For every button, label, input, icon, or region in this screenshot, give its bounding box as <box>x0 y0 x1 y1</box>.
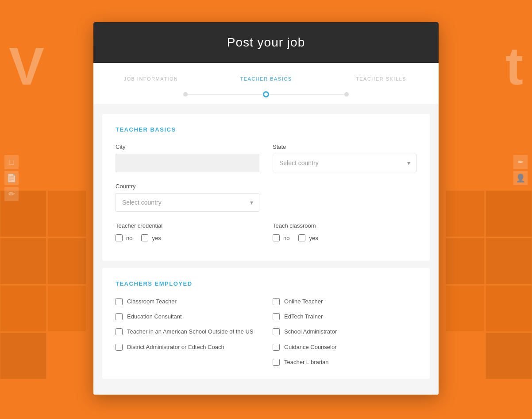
progress-line-2 <box>269 94 344 95</box>
teacher-item-online[interactable]: Online Teacher <box>273 298 416 306</box>
checkbox-classroom[interactable] <box>116 298 123 305</box>
city-state-row: City State Select country <box>116 144 416 172</box>
label-edtech-trainer: EdTech Trainer <box>284 313 323 321</box>
teachers-employed-card: TEACHERS EMPLOYED Classroom Teacher Onli… <box>102 268 430 379</box>
credential-no-label: no <box>126 235 132 241</box>
tab-teacher-skills[interactable]: TEACHER SKILLS <box>324 72 439 86</box>
progress-dot-2 <box>263 91 269 97</box>
classroom-no-checkbox[interactable] <box>273 234 280 241</box>
icon-doc: 📄 <box>4 171 19 185</box>
teacher-basics-card: TEACHER BASICS City State Select country <box>102 114 430 261</box>
city-label: City <box>116 144 259 150</box>
country-label: Country <box>116 183 259 190</box>
modal: Post your job JOB INFORMATION TEACHER BA… <box>93 22 439 395</box>
progress-line-1 <box>188 94 263 95</box>
label-classroom: Classroom Teacher <box>127 298 177 306</box>
classroom-no-option[interactable]: no <box>273 234 289 241</box>
teacher-credential-group: Teacher credential no yes <box>116 222 259 241</box>
country-spacer <box>273 183 416 212</box>
modal-title: Post your job <box>102 35 430 50</box>
label-guidance: Guidance Counselor <box>284 343 337 351</box>
classroom-yes-checkbox[interactable] <box>298 234 305 241</box>
teachers-grid: Classroom Teacher Online Teacher Educati… <box>116 298 416 366</box>
teacher-credential-options: no yes <box>116 234 259 241</box>
label-school-admin: School Administrator <box>284 328 337 336</box>
tab-job-information[interactable]: JOB INFORMATION <box>93 72 208 86</box>
icon-tools: ✏ <box>4 187 19 201</box>
teacher-item-school-admin[interactable]: School Administrator <box>273 328 416 336</box>
modal-tabs: JOB INFORMATION TEACHER BASICS TEACHER S… <box>93 63 439 105</box>
icon-rect: □ <box>4 155 19 169</box>
checkbox-consultant[interactable] <box>116 313 123 320</box>
state-group: State Select country <box>273 144 416 172</box>
classroom-yes-label: yes <box>309 235 318 241</box>
label-district-admin: District Administrator or Edtech Coach <box>127 343 224 351</box>
teacher-item-classroom[interactable]: Classroom Teacher <box>116 298 259 306</box>
city-input[interactable] <box>116 154 259 172</box>
icon-feather: ✒ <box>513 155 528 169</box>
teacher-basics-title: TEACHER BASICS <box>116 126 416 133</box>
checkbox-district-admin[interactable] <box>116 344 123 351</box>
bg-letter-right: t <box>505 35 523 97</box>
checkbox-guidance[interactable] <box>273 344 280 351</box>
progress-dot-1 <box>183 92 188 97</box>
modal-body: TEACHER BASICS City State Select country <box>93 105 439 395</box>
state-label: State <box>273 144 416 150</box>
teacher-credential-label: Teacher credential <box>116 222 259 229</box>
right-side-icons: ✒ 👤 <box>513 155 528 187</box>
country-select[interactable]: Select country <box>116 193 259 212</box>
teacher-item-librarian[interactable]: Teacher Librarian <box>273 358 416 366</box>
checkbox-american-school[interactable] <box>116 328 123 335</box>
checkbox-online[interactable] <box>273 298 280 305</box>
checkbox-school-admin[interactable] <box>273 328 280 335</box>
label-librarian: Teacher Librarian <box>284 358 328 366</box>
credential-no-option[interactable]: no <box>116 234 132 241</box>
teach-classroom-label: Teach classroom <box>273 222 416 229</box>
city-group: City <box>116 144 259 172</box>
teach-classroom-group: Teach classroom no yes <box>273 222 416 241</box>
icon-person: 👤 <box>513 171 528 185</box>
state-select-wrapper: Select country <box>273 154 416 172</box>
tabs-row: JOB INFORMATION TEACHER BASICS TEACHER S… <box>93 72 439 86</box>
credential-yes-checkbox[interactable] <box>141 234 148 241</box>
progress-dot-3 <box>344 92 349 97</box>
teacher-item-consultant[interactable]: Education Consultant <box>116 313 259 321</box>
label-online: Online Teacher <box>284 298 323 306</box>
teacher-item-guidance[interactable]: Guidance Counselor <box>273 343 416 351</box>
tab-teacher-basics[interactable]: TEACHER BASICS <box>208 72 324 86</box>
country-group: Country Select country <box>116 183 259 212</box>
left-side-icons: □ 📄 ✏ <box>4 155 19 203</box>
teacher-item-american-school[interactable]: Teacher in an American School Outside of… <box>116 328 259 336</box>
checkbox-librarian[interactable] <box>273 359 280 366</box>
teach-classroom-options: no yes <box>273 234 416 241</box>
credential-yes-label: yes <box>152 235 161 241</box>
state-select[interactable]: Select country <box>273 154 416 172</box>
tab-progress <box>93 86 439 105</box>
bg-letter-left: V <box>9 35 44 97</box>
classroom-no-label: no <box>283 235 289 241</box>
credentials-row: Teacher credential no yes Teac <box>116 222 416 241</box>
teacher-item-empty-left <box>116 358 259 366</box>
credential-yes-option[interactable]: yes <box>141 234 161 241</box>
credential-no-checkbox[interactable] <box>116 234 123 241</box>
classroom-yes-option[interactable]: yes <box>298 234 318 241</box>
country-select-wrapper: Select country <box>116 193 259 212</box>
label-consultant: Education Consultant <box>127 313 182 321</box>
country-row: Country Select country <box>116 183 416 212</box>
teacher-item-edtech-trainer[interactable]: EdTech Trainer <box>273 313 416 321</box>
teacher-item-district-admin[interactable]: District Administrator or Edtech Coach <box>116 343 259 351</box>
checkbox-edtech-trainer[interactable] <box>273 313 280 320</box>
label-american-school: Teacher in an American School Outside of… <box>127 328 253 336</box>
teachers-employed-title: TEACHERS EMPLOYED <box>116 280 416 287</box>
modal-header: Post your job <box>93 22 439 63</box>
